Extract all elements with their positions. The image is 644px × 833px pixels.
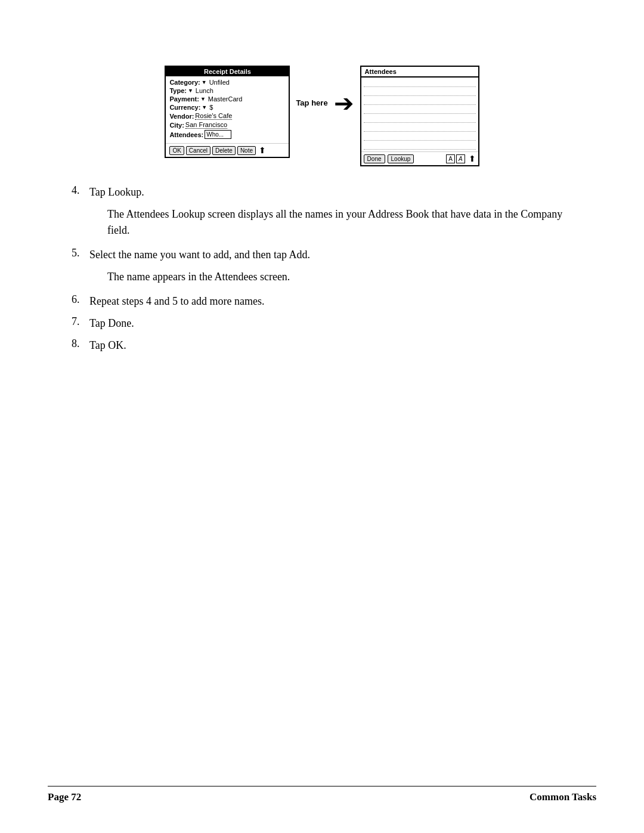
scroll-up-icon[interactable]: ⬆ bbox=[259, 145, 266, 155]
category-dropdown-arrow[interactable]: ▼ bbox=[202, 79, 207, 85]
step-6-text: Repeat steps 4 and 5 to add more names. bbox=[89, 293, 264, 309]
cancel-button[interactable]: Cancel bbox=[186, 146, 210, 155]
abc-lowercase-icon[interactable]: A bbox=[456, 154, 465, 163]
step-6: 6. Repeat steps 4 and 5 to add more name… bbox=[72, 293, 572, 309]
receipt-body: Category: ▼ Unfiled Type: ▼ Lunch Paymen… bbox=[166, 76, 289, 143]
illustration-area: Receipt Details Category: ▼ Unfiled Type… bbox=[48, 66, 596, 166]
abc-icons-container: A A bbox=[446, 154, 465, 163]
section-title: Common Tasks bbox=[530, 791, 596, 803]
step-7: 7. Tap Done. bbox=[72, 315, 572, 332]
content-area: 4. Tap Lookup. The Attendees Lookup scre… bbox=[48, 184, 596, 360]
step-7-text: Tap Done. bbox=[89, 315, 134, 332]
vendor-label: Vendor: bbox=[169, 113, 194, 120]
attendees-input-field[interactable]: Who... bbox=[205, 130, 231, 139]
attendees-button-bar: Done Lookup A A ⬆ bbox=[361, 151, 478, 165]
step-5: 5. Select the name you want to add, and … bbox=[72, 247, 572, 263]
city-label: City: bbox=[169, 122, 184, 129]
tap-here-container: Tap here bbox=[296, 66, 327, 107]
payment-value: ▼ MasterCard bbox=[200, 95, 242, 103]
delete-button[interactable]: Delete bbox=[212, 146, 236, 155]
payment-text: MasterCard bbox=[208, 95, 242, 103]
type-label: Type: bbox=[169, 87, 187, 94]
step-6-number: 6. bbox=[72, 293, 89, 306]
page-footer: Page 72 Common Tasks bbox=[48, 786, 596, 803]
note-button[interactable]: Note bbox=[237, 146, 256, 155]
attendees-line-4 bbox=[364, 106, 476, 114]
arrow-container: ➔ bbox=[334, 66, 354, 117]
step-8: 8. Tap OK. bbox=[72, 337, 572, 354]
city-value: San Francisco bbox=[185, 121, 227, 129]
step-8-number: 8. bbox=[72, 337, 89, 350]
step-8-text: Tap OK. bbox=[89, 337, 126, 354]
arrow-icon: ➔ bbox=[334, 89, 354, 117]
receipt-details-panel: Receipt Details Category: ▼ Unfiled Type… bbox=[165, 66, 290, 158]
receipt-button-bar: OK Cancel Delete Note ⬆ bbox=[166, 143, 289, 157]
attendees-line-7 bbox=[364, 132, 476, 141]
step-5-sub: The name appears in the Attendees screen… bbox=[107, 269, 572, 285]
step-4-text: Tap Lookup. bbox=[89, 184, 144, 200]
receipt-panel-title: Receipt Details bbox=[166, 67, 289, 76]
type-dropdown-arrow[interactable]: ▼ bbox=[188, 88, 193, 94]
payment-label: Payment: bbox=[169, 95, 199, 103]
step-5-number: 5. bbox=[72, 247, 89, 259]
city-row: City: San Francisco bbox=[169, 121, 285, 129]
attendees-field-label: Attendees: bbox=[169, 131, 203, 138]
attendees-line-1 bbox=[364, 79, 476, 87]
step-4-number: 4. bbox=[72, 184, 89, 197]
category-value: ▼ Unfiled bbox=[202, 79, 230, 86]
currency-row: Currency: ▼ $ bbox=[169, 104, 285, 111]
category-text: Unfiled bbox=[209, 79, 230, 86]
attendees-line-5 bbox=[364, 114, 476, 123]
abc-uppercase-icon[interactable]: A bbox=[446, 154, 455, 163]
payment-row: Payment: ▼ MasterCard bbox=[169, 95, 285, 103]
tap-here-label: Tap here bbox=[296, 98, 327, 107]
attendees-input-row: Attendees: Who... bbox=[169, 130, 285, 139]
attendees-line-8 bbox=[364, 141, 476, 150]
attendees-list bbox=[361, 78, 478, 151]
ok-button[interactable]: OK bbox=[169, 146, 184, 155]
category-label: Category: bbox=[169, 79, 200, 86]
currency-dropdown-arrow[interactable]: ▼ bbox=[202, 104, 207, 110]
vendor-value: Rosie's Cafe bbox=[195, 112, 232, 120]
attendees-line-2 bbox=[364, 88, 476, 96]
step-4: 4. Tap Lookup. bbox=[72, 184, 572, 200]
attendees-line-3 bbox=[364, 97, 476, 105]
vendor-row: Vendor: Rosie's Cafe bbox=[169, 112, 285, 120]
currency-text: $ bbox=[209, 104, 213, 111]
page-number: Page 72 bbox=[48, 791, 81, 803]
attendees-panel-title: Attendees bbox=[361, 67, 478, 78]
currency-value: ▼ $ bbox=[202, 104, 213, 111]
step-4-sub: The Attendees Lookup screen displays all… bbox=[107, 206, 572, 239]
currency-label: Currency: bbox=[169, 104, 200, 111]
done-button[interactable]: Done bbox=[364, 154, 385, 163]
type-row: Type: ▼ Lunch bbox=[169, 87, 285, 94]
lookup-button[interactable]: Lookup bbox=[388, 154, 414, 163]
attendees-line-6 bbox=[364, 123, 476, 132]
category-row: Category: ▼ Unfiled bbox=[169, 79, 285, 86]
payment-dropdown-arrow[interactable]: ▼ bbox=[200, 96, 206, 102]
type-value: ▼ Lunch bbox=[188, 87, 213, 94]
step-5-text: Select the name you want to add, and the… bbox=[89, 247, 310, 263]
type-text: Lunch bbox=[196, 87, 213, 94]
step-7-number: 7. bbox=[72, 315, 89, 328]
attendees-scroll-icon[interactable]: ⬆ bbox=[469, 154, 476, 163]
attendees-panel: Attendees Done Lookup A A ⬆ bbox=[360, 66, 479, 166]
